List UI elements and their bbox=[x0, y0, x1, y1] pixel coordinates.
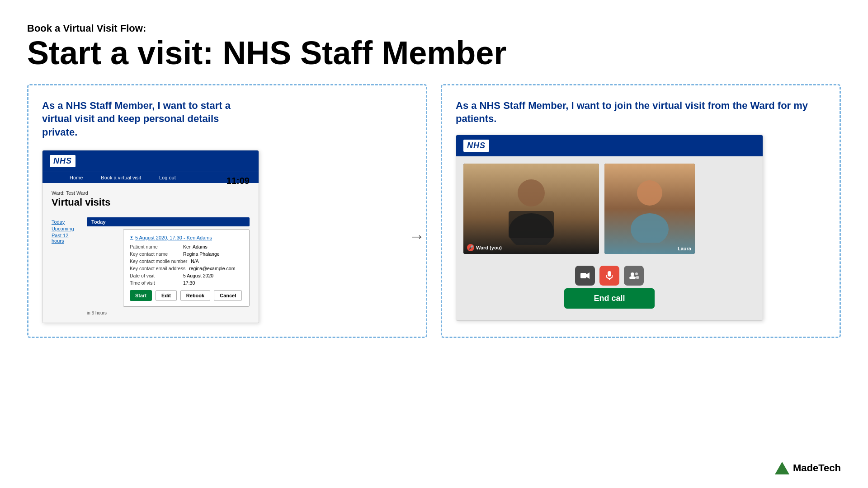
end-call-area: End call bbox=[456, 288, 763, 320]
microphone-button[interactable] bbox=[599, 266, 619, 286]
call-controls bbox=[456, 261, 763, 288]
main-video-label: 🎤 Ward (you) bbox=[467, 244, 502, 251]
svg-rect-5 bbox=[580, 273, 586, 278]
time-until-visit: in 6 hours bbox=[87, 310, 250, 315]
video-nhs-header: NHS bbox=[456, 135, 763, 156]
svg-point-3 bbox=[637, 180, 662, 206]
secondary-video-person bbox=[604, 164, 695, 254]
left-panel-description: As a NHS Staff Member, I want to start a… bbox=[42, 99, 250, 139]
madetech-logo: MadeTech bbox=[775, 462, 841, 474]
madetech-triangle-icon bbox=[775, 462, 789, 474]
svg-point-10 bbox=[631, 272, 634, 276]
tab-upcoming[interactable]: Upcoming bbox=[52, 226, 75, 231]
page-title: Start a visit: NHS Staff Member bbox=[27, 36, 841, 70]
svg-marker-6 bbox=[586, 272, 590, 279]
nhs-logo: NHS bbox=[50, 155, 75, 167]
left-panel-inner: NHS Home Book a virtual visit Log out Wa… bbox=[42, 150, 412, 323]
active-tab-label[interactable]: Today bbox=[87, 217, 250, 226]
visit-detail-popup: 5 August 2020, 17:30 - Ken Adams Patient… bbox=[123, 229, 250, 307]
person-silhouette-main bbox=[504, 173, 558, 245]
secondary-video-label: Laura bbox=[678, 246, 691, 251]
cancel-button[interactable]: Cancel bbox=[214, 290, 242, 301]
svg-point-13 bbox=[635, 276, 639, 279]
panels-row: As a NHS Staff Member, I want to start a… bbox=[27, 84, 841, 338]
tabs-content-row: Today Upcoming Past 12 hours Today 5 Aug… bbox=[52, 217, 250, 315]
end-call-button[interactable]: End call bbox=[564, 288, 655, 309]
virtual-visits-title: Virtual visits bbox=[52, 197, 110, 208]
page-header: Book a Virtual Visit Flow: Start a visit… bbox=[27, 23, 841, 70]
microphone-icon bbox=[606, 271, 613, 280]
nhs-mockup: NHS Home Book a virtual visit Log out Wa… bbox=[42, 150, 259, 323]
arrow-connector: → bbox=[409, 227, 425, 246]
muted-mic-icon: 🎤 bbox=[467, 244, 474, 251]
visit-tabs: Today Upcoming Past 12 hours bbox=[52, 219, 75, 315]
secondary-video-tile: Laura bbox=[604, 164, 695, 254]
right-panel: As a NHS Staff Member, I want to join th… bbox=[441, 84, 841, 338]
nav-book[interactable]: Book a virtual visit bbox=[101, 175, 141, 180]
visit-detail-area: Today 5 August 2020, 17:30 - Ken Adams P… bbox=[87, 217, 250, 315]
right-panel-description: As a NHS Staff Member, I want to join th… bbox=[456, 99, 826, 126]
participants-icon bbox=[629, 272, 639, 279]
main-video-tile: 🎤 Ward (you) bbox=[463, 164, 599, 254]
page-container: Book a Virtual Visit Flow: Start a visit… bbox=[0, 0, 868, 488]
main-video-person bbox=[463, 164, 599, 254]
camera-icon bbox=[580, 272, 590, 279]
nhs-content: Ward: Test Ward Virtual visits 11:09 Tod… bbox=[42, 183, 259, 323]
svg-rect-7 bbox=[608, 271, 611, 277]
detail-key-contact: Key contact name Regina Phalange bbox=[130, 251, 243, 257]
camera-button[interactable] bbox=[575, 266, 595, 286]
visit-link[interactable]: 5 August 2020, 17:30 - Ken Adams bbox=[130, 235, 243, 240]
video-nhs-logo: NHS bbox=[463, 140, 489, 152]
page-subtitle: Book a Virtual Visit Flow: bbox=[27, 23, 841, 34]
current-time: 11:09 bbox=[226, 176, 250, 186]
tab-today[interactable]: Today bbox=[52, 219, 75, 225]
detail-patient-name: Patient name Ken Adams bbox=[130, 244, 243, 249]
svg-point-12 bbox=[635, 272, 638, 275]
detail-time: Time of visit 17:30 bbox=[130, 280, 243, 286]
svg-point-0 bbox=[518, 179, 545, 206]
madetech-name: MadeTech bbox=[793, 462, 841, 474]
action-buttons: Start Edit Rebook Cancel bbox=[130, 290, 243, 301]
video-area: 🎤 Ward (you) Laura bbox=[456, 156, 763, 261]
svg-rect-2 bbox=[509, 211, 554, 238]
edit-button[interactable]: Edit bbox=[156, 290, 177, 301]
nav-home[interactable]: Home bbox=[70, 175, 83, 180]
participants-button[interactable] bbox=[624, 266, 644, 286]
detail-email: Key contact email address regina@example… bbox=[130, 266, 243, 271]
nav-logout[interactable]: Log out bbox=[159, 175, 176, 180]
nhs-mockup-header: NHS bbox=[42, 150, 259, 172]
nhs-logo-text: NHS bbox=[53, 156, 72, 165]
person-silhouette-secondary bbox=[627, 175, 672, 243]
left-panel: As a NHS Staff Member, I want to start a… bbox=[27, 84, 427, 338]
svg-point-11 bbox=[629, 276, 636, 279]
detail-mobile: Key contact mobile number N/A bbox=[130, 258, 243, 264]
ward-label: Ward: Test Ward bbox=[52, 190, 110, 196]
detail-date: Date of visit 5 August 2020 bbox=[130, 273, 243, 278]
rebook-button[interactable]: Rebook bbox=[180, 290, 210, 301]
video-call-mockup: NHS bbox=[456, 135, 763, 321]
start-button[interactable]: Start bbox=[130, 290, 152, 301]
video-nhs-logo-text: NHS bbox=[467, 141, 486, 150]
tab-past[interactable]: Past 12 hours bbox=[52, 233, 75, 244]
svg-point-4 bbox=[631, 213, 669, 243]
